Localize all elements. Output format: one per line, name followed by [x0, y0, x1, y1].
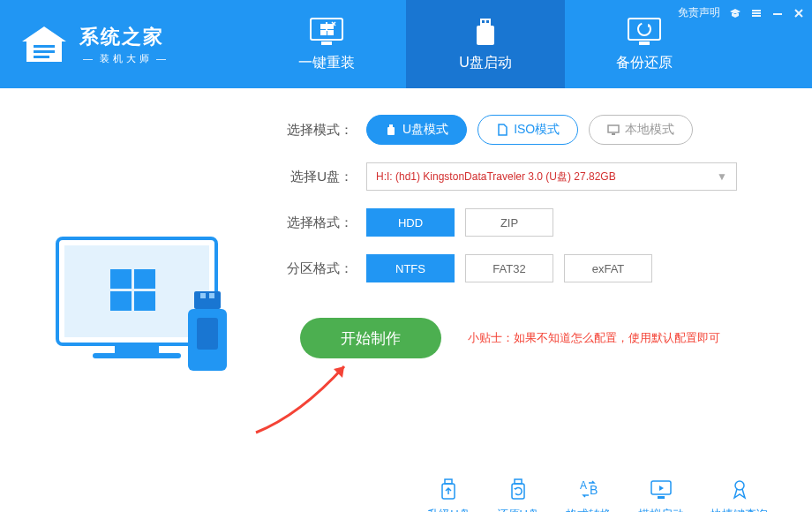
monitor-small-icon	[607, 124, 620, 136]
main-content: 选择模式： U盘模式 ISO模式 本地模式 选择U盘： H:I: (hd1) K…	[0, 88, 812, 477]
svg-rect-30	[209, 293, 214, 298]
svg-rect-29	[200, 293, 206, 298]
tab-usb-boot[interactable]: U盘启动	[406, 0, 565, 88]
svg-rect-44	[658, 496, 665, 499]
app-title: 系统之家	[79, 24, 173, 50]
file-icon	[496, 124, 508, 136]
usb-small-icon	[385, 124, 397, 136]
close-button[interactable]	[793, 7, 805, 19]
svg-rect-23	[134, 269, 155, 289]
minimize-button[interactable]	[771, 7, 784, 19]
hotkey-icon	[727, 477, 752, 501]
svg-rect-7	[320, 30, 327, 35]
format-hdd-button[interactable]: HDD	[366, 208, 455, 237]
svg-rect-10	[482, 20, 485, 23]
svg-rect-24	[110, 291, 132, 311]
mode-iso-button[interactable]: ISO模式	[477, 115, 578, 145]
format-label: 选择格式：	[282, 215, 353, 231]
svg-rect-11	[486, 20, 489, 23]
mode-usb-button[interactable]: U盘模式	[366, 115, 467, 145]
tab-backup-restore-label: 备份还原	[616, 54, 673, 72]
backup-icon	[627, 17, 662, 47]
upgrade-usb-icon	[436, 477, 461, 501]
bottom-toolbar: 升级U盘 还原U盘 AB 格式转换 模拟启动 快捷键查询	[0, 477, 812, 512]
svg-rect-9	[480, 19, 491, 26]
svg-text:A: A	[580, 479, 587, 492]
svg-rect-18	[752, 15, 761, 17]
svg-text:B: B	[590, 483, 598, 497]
svg-rect-33	[389, 124, 393, 127]
svg-rect-32	[197, 318, 218, 350]
mode-local-button[interactable]: 本地模式	[589, 115, 693, 145]
svg-rect-8	[327, 30, 334, 35]
tip-text: 小贴士：如果不知道怎么配置，使用默认配置即可	[468, 330, 720, 346]
settings-icon[interactable]	[750, 7, 763, 19]
format-zip-button[interactable]: ZIP	[465, 208, 553, 237]
partition-ntfs-button[interactable]: NTFS	[366, 254, 455, 282]
svg-rect-13	[628, 19, 660, 40]
tab-reinstall[interactable]: 一键重装	[247, 0, 406, 88]
simulate-icon	[649, 477, 673, 501]
restore-usb-icon	[506, 477, 530, 501]
app-subtitle: 装机大师	[79, 52, 173, 65]
svg-rect-27	[93, 353, 181, 358]
svg-rect-14	[639, 41, 650, 45]
partition-label: 分区格式：	[282, 260, 353, 277]
svg-rect-34	[387, 127, 395, 135]
svg-rect-1	[34, 50, 55, 53]
header: 系统之家 装机大师 一键重装 U盘启动	[0, 0, 812, 88]
svg-rect-4	[321, 41, 332, 45]
svg-rect-5	[320, 24, 327, 29]
window-controls: 免责声明	[678, 5, 805, 20]
start-button[interactable]: 开始制作	[300, 318, 441, 358]
config-panel: 选择模式： U盘模式 ISO模式 本地模式 选择U盘： H:I: (hd1) K…	[265, 115, 777, 468]
tool-upgrade-usb[interactable]: 升级U盘	[427, 477, 470, 512]
svg-rect-26	[115, 344, 159, 353]
tool-simulate-boot[interactable]: 模拟启动	[638, 477, 684, 512]
svg-point-45	[735, 481, 744, 490]
svg-rect-17	[752, 12, 761, 14]
graduation-icon[interactable]	[729, 7, 741, 19]
disclaimer-link[interactable]: 免责声明	[678, 5, 720, 20]
svg-rect-35	[608, 125, 619, 132]
main-tabs: 一键重装 U盘启动 备份还原	[247, 0, 724, 88]
svg-rect-28	[194, 291, 221, 309]
svg-rect-12	[477, 26, 494, 45]
usb-dropdown[interactable]: H:I: (hd1) KingstonDataTraveler 3.0 (U盘)…	[366, 162, 737, 191]
annotation-arrow	[247, 353, 371, 441]
partition-fat32-button[interactable]: FAT32	[465, 254, 553, 282]
tab-reinstall-label: 一键重装	[298, 54, 355, 72]
tab-usb-boot-label: U盘启动	[459, 54, 512, 72]
svg-rect-22	[110, 269, 132, 289]
tool-hotkey-lookup[interactable]: 快捷键查询	[710, 477, 768, 512]
convert-icon: AB	[576, 477, 601, 501]
usb-select-label: 选择U盘：	[282, 169, 353, 185]
mode-label: 选择模式：	[282, 122, 353, 139]
tool-restore-usb[interactable]: 还原U盘	[497, 477, 539, 512]
tool-format-convert[interactable]: AB 格式转换	[566, 477, 612, 512]
svg-rect-2	[34, 56, 49, 58]
logo-area: 系统之家 装机大师	[0, 22, 247, 66]
partition-exfat-button[interactable]: exFAT	[564, 254, 652, 282]
usb-dropdown-value: H:I: (hd1) KingstonDataTraveler 3.0 (U盘)…	[376, 169, 616, 184]
chevron-down-icon: ▼	[717, 170, 727, 183]
svg-rect-25	[134, 291, 155, 311]
svg-rect-19	[773, 13, 782, 15]
svg-rect-16	[752, 10, 761, 11]
svg-rect-36	[612, 133, 615, 135]
svg-rect-40	[512, 484, 524, 499]
logo-icon	[18, 22, 71, 66]
usb-icon	[468, 17, 503, 47]
illustration	[35, 150, 265, 468]
monitor-icon	[309, 17, 344, 47]
svg-rect-0	[34, 45, 55, 48]
